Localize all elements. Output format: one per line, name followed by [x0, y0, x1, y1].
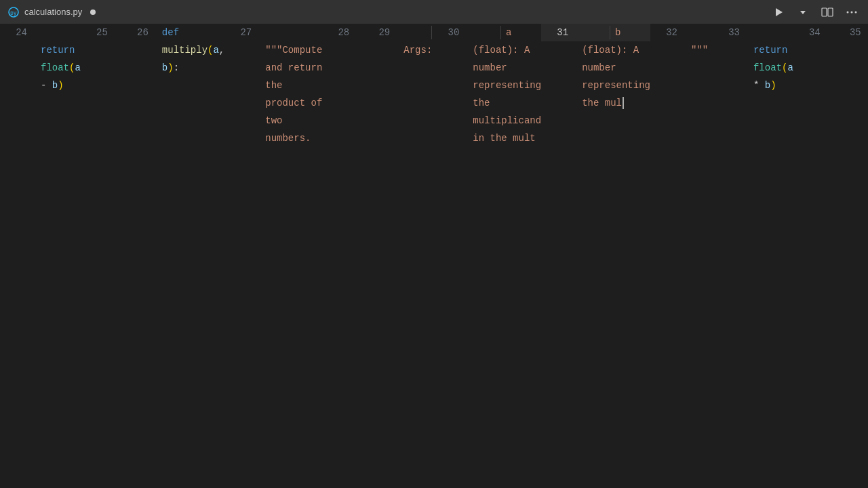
- line-number-31: 31: [541, 24, 582, 41]
- line-number-34: 34: [793, 24, 834, 41]
- svg-rect-4: [822, 8, 827, 16]
- line-33: return float(a * b): [753, 24, 793, 41]
- more-button[interactable]: [844, 4, 860, 20]
- line-29: Args:: [403, 24, 432, 41]
- svg-marker-3: [800, 11, 806, 14]
- split-editor-button[interactable]: [819, 4, 835, 20]
- line-number-30: 30: [432, 24, 473, 41]
- line-27: """Compute and return the product of two…: [265, 24, 322, 41]
- run-dropdown-button[interactable]: [795, 4, 811, 20]
- line-number-25: 25: [81, 24, 121, 41]
- line-24: return float(a - b): [41, 24, 81, 41]
- line-number-28: 28: [322, 24, 363, 41]
- svg-text:py: py: [10, 10, 17, 16]
- code-container: 24 return float(a - b) 25 26 def multipl…: [0, 24, 868, 488]
- svg-point-8: [855, 11, 857, 13]
- toolbar-buttons: [770, 4, 860, 20]
- line-30: a (float): A number representing the mul…: [473, 24, 541, 41]
- unsaved-indicator: [90, 9, 96, 15]
- line-number-29: 29: [363, 24, 403, 41]
- svg-rect-5: [828, 8, 833, 16]
- line-number-33: 33: [713, 24, 753, 41]
- svg-point-6: [847, 11, 849, 13]
- line-number-32: 32: [650, 24, 691, 41]
- run-button[interactable]: [770, 4, 787, 20]
- file-name: calculations.py: [24, 7, 82, 17]
- text-cursor: [623, 97, 624, 109]
- svg-point-7: [851, 11, 853, 13]
- title-bar: py calculations.py: [0, 0, 868, 24]
- code-editor[interactable]: 24 return float(a - b) 25 26 def multipl…: [0, 24, 868, 488]
- line-number-35: 35: [834, 24, 868, 41]
- line-26: def multiply(a, b):: [162, 24, 224, 41]
- line-number-24: 24: [0, 24, 41, 41]
- line-32: """: [691, 24, 713, 41]
- tab-section: py calculations.py: [8, 7, 96, 18]
- line-number-27: 27: [224, 24, 265, 41]
- line-31: b (float): A number representing the mul: [582, 24, 650, 41]
- svg-marker-2: [776, 8, 783, 16]
- line-number-26: 26: [121, 24, 162, 41]
- file-icon: py: [8, 7, 19, 18]
